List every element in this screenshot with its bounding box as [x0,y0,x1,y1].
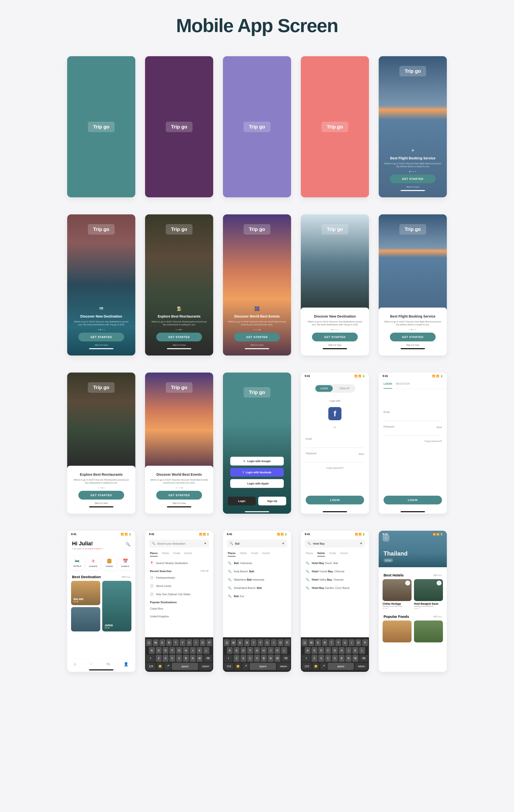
login-button[interactable]: Login [228,497,256,505]
key[interactable]: F [247,647,253,654]
get-started-button[interactable]: GET STARTED [234,332,280,341]
emoji-key[interactable]: 😊 [313,663,319,670]
key[interactable]: P [206,639,212,646]
shift-key[interactable]: ⇧ [302,655,311,662]
shift-key[interactable]: ⇧ [224,655,233,662]
key[interactable]: J [190,647,196,654]
signup-button[interactable]: Sign Up [258,497,286,505]
key[interactable]: W [153,639,159,646]
tab-events[interactable]: Events [262,552,270,556]
nav-home-icon[interactable]: ⌂ [74,662,77,666]
mic-key[interactable]: 🎤 [242,663,249,670]
result-item[interactable]: 🔍Bali Zoo [223,592,291,600]
key[interactable]: W [231,639,236,646]
num-key[interactable]: 123 [224,663,234,670]
category-flights[interactable]: ✈FLIGHTS [86,556,100,570]
key[interactable]: Q [224,639,230,646]
key[interactable]: O [355,639,362,646]
email-input[interactable] [306,441,364,448]
tab-events[interactable]: Events [340,552,348,556]
get-started-button[interactable]: GET STARTED [78,491,124,499]
skip-link[interactable]: Skip For Now [306,344,364,346]
key[interactable]: X [163,655,168,662]
key[interactable]: N [268,655,274,662]
food-card[interactable] [382,620,411,642]
tab-hotels[interactable]: Hotels [162,552,169,556]
key[interactable]: L [281,647,287,654]
signup-pill[interactable]: SIGN UP [335,385,354,392]
key[interactable]: G [176,647,182,654]
key[interactable]: U [187,639,192,646]
close-icon[interactable]: ✕ [204,542,206,545]
nav-bag-icon[interactable]: 🛍 [106,662,110,666]
key[interactable]: P [362,639,368,646]
key[interactable]: Z [312,655,317,662]
key[interactable]: M [275,655,280,662]
key[interactable]: L [203,647,209,654]
key[interactable]: H [339,647,345,654]
space-key[interactable]: space [172,663,198,670]
get-started-button[interactable]: GET STARTED [312,332,358,341]
tab-login[interactable]: LOGIN [383,379,392,388]
key[interactable]: R [322,639,328,646]
apple-login-button[interactable]: Login with Apple [230,479,284,488]
key[interactable]: B [183,655,189,662]
key[interactable]: S [156,647,162,654]
key[interactable]: B [339,655,345,662]
key[interactable]: Y [180,639,185,646]
key[interactable]: I [193,639,199,646]
key[interactable]: C [325,655,331,662]
tab-places[interactable]: Places [150,552,158,556]
password-input[interactable] [306,456,364,462]
key[interactable]: J [346,647,351,654]
forgot-password-link[interactable]: Forgot password? [383,440,442,442]
result-item[interactable]: 🔍Hotel Bay Touch, Bali [301,559,369,567]
key[interactable]: J [268,647,274,654]
show-password-link[interactable]: Show [359,453,364,455]
favorite-button[interactable]: ♡ [405,581,410,585]
close-icon[interactable]: ✕ [282,542,284,545]
favorite-button[interactable]: ♡ [437,581,441,585]
get-started-button[interactable]: GET STARTED [156,332,202,341]
key[interactable]: Z [234,655,239,662]
key[interactable]: Q [146,639,152,646]
key[interactable]: D [163,647,168,654]
skip-link[interactable]: Skip For Now [383,344,442,346]
key[interactable]: Q [302,639,308,646]
show-password-link[interactable]: Show [436,426,442,429]
food-card[interactable] [414,620,443,642]
key[interactable]: R [244,639,250,646]
key[interactable]: B [261,655,267,662]
key[interactable]: F [169,647,175,654]
recent-item[interactable]: 🕐Sierra Leone [145,582,213,590]
key[interactable]: A [149,647,155,654]
result-item[interactable]: 🔍Hotel Bay Garden, Cox's Bazar [301,584,369,592]
search-input[interactable] [157,542,202,545]
key[interactable]: K [352,647,358,654]
skip-link[interactable]: Skip For Now [228,344,286,346]
key[interactable]: V [254,655,260,662]
result-item[interactable]: 🔍Kuta Beach, Bali [223,567,291,576]
tab-hotels[interactable]: Hotels [240,552,247,556]
mic-key[interactable]: 🎤 [320,663,326,670]
shift-key[interactable]: ⇧ [146,655,155,662]
google-login-button[interactable]: GLogin with Google [230,457,284,465]
tab-places[interactable]: Places [228,552,235,556]
nav-profile-icon[interactable]: 👤 [124,662,128,666]
facebook-login-button[interactable]: fLogin with facebook [230,468,284,477]
key[interactable]: H [261,647,267,654]
key[interactable]: T [251,639,257,646]
key[interactable]: E [160,639,165,646]
key[interactable]: M [352,655,358,662]
password-input[interactable] [383,429,442,436]
search-input[interactable] [235,542,280,545]
tab-foods[interactable]: Foods [329,552,336,556]
return-key[interactable]: return [277,663,290,670]
tab-places[interactable]: Places [306,552,313,556]
key[interactable]: S [234,647,239,654]
see-all-link[interactable]: SEE ALL [433,574,442,576]
nav-heart-icon[interactable]: ♡ [90,662,93,666]
key[interactable]: W [309,639,314,646]
key[interactable]: Y [257,639,263,646]
key[interactable]: A [227,647,233,654]
